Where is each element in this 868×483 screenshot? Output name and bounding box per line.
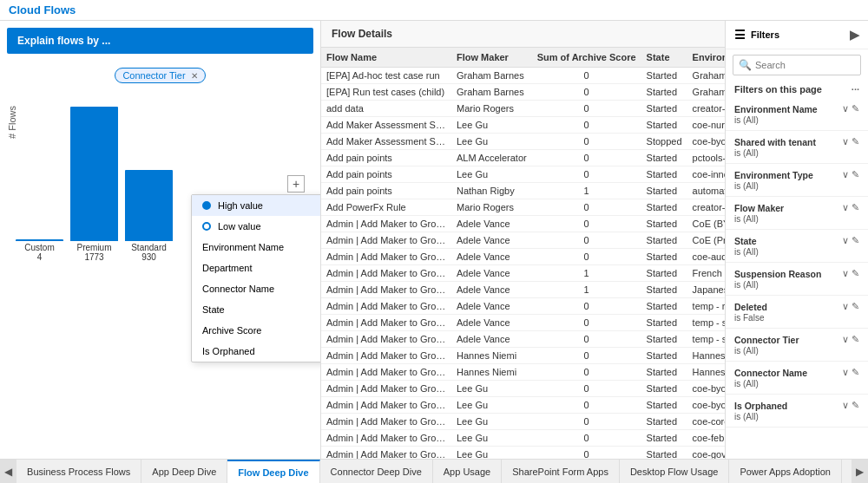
filter-edit-btn[interactable]: ✎ [852,367,859,378]
col-archive-score[interactable]: Sum of Archive Score [532,48,641,68]
table-row[interactable]: Admin | Add Maker to Group Adele Vance 0… [321,249,725,265]
filter-chevron-btn[interactable]: ∨ [842,136,849,147]
bottom-tab[interactable]: Business Process Flows [16,460,141,483]
col-flow-maker[interactable]: Flow Maker [451,48,532,68]
flow-name-cell[interactable]: Admin | Add Maker to Group [321,232,451,249]
flow-name-cell[interactable]: Admin | Add Maker to Group [321,447,451,460]
table-row[interactable]: Add pain points Lee Gu 0 Started coe-inn… [321,166,725,183]
table-row[interactable]: Admin | Add Maker to Group Lee Gu 0 Star… [321,381,725,397]
bottom-tab[interactable]: Power Apps Adoption [729,460,842,483]
filter-chevron-btn[interactable]: ∨ [842,301,849,312]
table-row[interactable]: Admin | Add Maker to Group Lee Gu 0 Star… [321,414,725,430]
flow-name-cell[interactable]: Add pain points [321,166,451,183]
filter-chevron-btn[interactable]: ∨ [842,202,849,213]
flow-name-cell[interactable]: Admin | Add Maker to Group [321,348,451,364]
dropdown-low-value[interactable]: Low value [192,216,321,237]
filter-chevron-btn[interactable]: ∨ [842,169,849,180]
col-state[interactable]: State [641,48,687,68]
table-row[interactable]: Admin | Add Maker to Group Adele Vance 0… [321,315,725,331]
flow-name-cell[interactable]: Admin | Add Maker to Group [321,364,451,381]
custom-bar[interactable]: Custom 4 [16,239,63,262]
flow-name-cell[interactable]: Admin | Add Maker to Group [321,331,451,348]
dropdown-archive-score[interactable]: Archive Score [192,320,321,341]
bottom-tab[interactable]: App Usage [433,460,502,483]
filter-edit-btn[interactable]: ✎ [852,169,859,180]
flow-name-cell[interactable]: Admin | Add Maker to Group [321,397,451,414]
col-flow-name[interactable]: Flow Name [321,48,451,68]
flow-name-cell[interactable]: Admin | Add Maker to Group [321,216,451,232]
dropdown-env-name[interactable]: Environment Name [192,237,321,258]
table-row[interactable]: Add PowerFx Rule Mario Rogers 0 Started … [321,199,725,216]
flow-name-cell[interactable]: Add Maker Assessment Starter Data [321,134,451,150]
dropdown-department[interactable]: Department [192,258,321,278]
tab-next-btn[interactable]: ▶ [852,460,868,483]
filters-more-btn[interactable]: ··· [852,84,859,95]
flow-name-cell[interactable]: [EPA] Ad-hoc test case run [321,68,451,84]
table-row[interactable]: Admin | Add Maker to Group Hannes Niemi … [321,364,725,381]
filter-edit-btn[interactable]: ✎ [852,103,859,114]
dropdown-connector-name[interactable]: Connector Name [192,278,321,299]
filter-edit-btn[interactable]: ✎ [852,301,859,312]
table-row[interactable]: Add pain points ALM Accelerator 0 Starte… [321,150,725,166]
tab-prev-btn[interactable]: ◀ [0,460,16,483]
filter-edit-btn[interactable]: ✎ [852,202,859,213]
flow-table-wrapper[interactable]: Flow Name Flow Maker Sum of Archive Scor… [321,48,725,459]
flow-name-cell[interactable]: Add pain points [321,150,451,166]
standard-bar[interactable]: Standard 930 [125,170,173,262]
flow-name-cell[interactable]: Add Maker Assessment Starter Data [321,117,451,134]
filter-edit-btn[interactable]: ✎ [852,400,859,411]
flow-name-cell[interactable]: Admin | Add Maker to Group [321,430,451,447]
bottom-tab[interactable]: Power [842,460,852,483]
table-row[interactable]: Admin | Add Maker to Group Adele Vance 0… [321,232,725,249]
table-row[interactable]: Add Maker Assessment Starter Data Lee Gu… [321,117,725,134]
filter-chevron-btn[interactable]: ∨ [842,367,849,378]
filter-edit-btn[interactable]: ✎ [852,334,859,345]
flow-name-cell[interactable]: add data [321,101,451,117]
flow-name-cell[interactable]: Admin | Add Maker to Group [321,249,451,265]
explain-box[interactable]: Explain flows by ... [7,28,313,54]
bottom-tab[interactable]: Desktop Flow Usage [620,460,730,483]
flow-name-cell[interactable]: Admin | Add Maker to Group [321,381,451,397]
filter-chevron-btn[interactable]: ∨ [842,268,849,279]
flow-name-cell[interactable]: Add PowerFx Rule [321,199,451,216]
table-row[interactable]: Add Maker Assessment Starter Data Lee Gu… [321,134,725,150]
table-row[interactable]: add data Mario Rogers 0 Started creator-… [321,101,725,117]
table-row[interactable]: Admin | Add Maker to Group Hannes Niemi … [321,348,725,364]
flow-name-cell[interactable]: Admin | Add Maker to Group [321,282,451,298]
table-row[interactable]: [EPA] Run test cases (child) Graham Barn… [321,84,725,101]
filter-edit-btn[interactable]: ✎ [852,136,859,147]
table-row[interactable]: Admin | Add Maker to Group Lee Gu 0 Star… [321,430,725,447]
filter-edit-btn[interactable]: ✎ [852,268,859,279]
filter-chevron-btn[interactable]: ∨ [842,235,849,246]
col-env-name[interactable]: Environment Name [687,48,725,68]
flow-name-cell[interactable]: Admin | Add Maker to Group [321,315,451,331]
table-row[interactable]: Admin | Add Maker to Group Adele Vance 1… [321,265,725,282]
bottom-tab[interactable]: App Deep Dive [141,460,227,483]
table-row[interactable]: Admin | Add Maker to Group Adele Vance 0… [321,331,725,348]
flow-name-cell[interactable]: Add pain points [321,183,451,199]
premium-bar[interactable]: Premium 1773 [70,107,118,262]
dropdown-is-orphaned[interactable]: Is Orphaned [192,341,321,362]
remove-filter-btn[interactable]: ✕ [191,71,198,81]
dropdown-state[interactable]: State [192,299,321,320]
table-row[interactable]: Admin | Add Maker to Group Adele Vance 0… [321,216,725,232]
flow-name-cell[interactable]: Admin | Add Maker to Group [321,414,451,430]
dropdown-high-value[interactable]: High value [192,195,321,216]
filter-chevron-btn[interactable]: ∨ [842,103,849,114]
filter-search-input[interactable] [755,60,855,70]
table-row[interactable]: [EPA] Ad-hoc test case run Graham Barnes… [321,68,725,84]
flow-name-cell[interactable]: Admin | Add Maker to Group [321,265,451,282]
flow-name-cell[interactable]: [EPA] Run test cases (child) [321,84,451,101]
bottom-tab[interactable]: SharePoint Form Apps [502,460,620,483]
connector-tier-pill[interactable]: Connector Tier ✕ [115,68,205,83]
bottom-tab[interactable]: Flow Deep Dive [227,460,319,483]
table-row[interactable]: Admin | Add Maker to Group Lee Gu 0 Star… [321,397,725,414]
filter-chevron-btn[interactable]: ∨ [842,334,849,345]
table-row[interactable]: Admin | Add Maker to Group Adele Vance 0… [321,298,725,315]
table-row[interactable]: Add pain points Nathan Rigby 1 Started a… [321,183,725,199]
bottom-tab[interactable]: Connector Deep Dive [320,460,433,483]
filters-expand-btn[interactable]: ▶ [850,28,859,42]
filter-edit-btn[interactable]: ✎ [852,235,859,246]
filter-search-box[interactable]: 🔍 [733,55,861,75]
table-row[interactable]: Admin | Add Maker to Group Lee Gu 0 Star… [321,447,725,460]
